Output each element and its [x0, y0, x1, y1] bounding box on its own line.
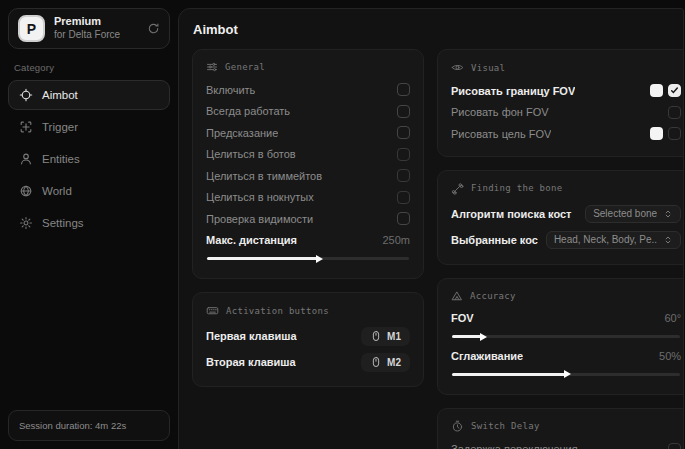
fov-border-color-swatch[interactable]	[650, 84, 663, 97]
sidebar: P Premium for Delta Force Category Aimbo…	[0, 0, 178, 449]
activation-buttons-card: Activation buttons Первая клавиша M1	[192, 292, 424, 387]
sidebar-nav: Aimbot Trigger Entities	[8, 80, 170, 238]
fov-target-row: Рисовать цель FOV	[451, 123, 681, 145]
toggle-row-always-work: Всегда работать	[206, 101, 410, 123]
dropdown-label: Алгоритм поиска кост	[451, 208, 572, 220]
slider-value: 250m	[382, 234, 410, 246]
sidebar-item-trigger[interactable]: Trigger	[8, 112, 170, 142]
dropdown-value: Selected bone	[593, 208, 657, 219]
dropdown-label: Выбранные кос	[451, 234, 538, 246]
first-key-button[interactable]: M1	[361, 327, 410, 346]
slider-fill	[452, 335, 482, 338]
chevron-updown-icon	[663, 209, 673, 219]
sliders-icon	[206, 61, 218, 73]
slider-label: Сглаживание	[451, 350, 523, 362]
checkbox-aim-knocked[interactable]	[397, 191, 410, 204]
fov-slider-row: FOV 60°	[451, 308, 681, 330]
crosshair-icon	[19, 88, 33, 102]
sidebar-item-entities[interactable]: Entities	[8, 144, 170, 174]
fov-background-row: Рисовать фон FOV	[451, 102, 681, 124]
toggle-row-prediction: Предсказание	[206, 122, 410, 144]
keybind-label: Вторая клавиша	[206, 356, 296, 368]
selected-bones-dropdown[interactable]: Head, Neck, Body, Pe..	[546, 231, 681, 249]
checkbox-visibility-check[interactable]	[397, 212, 410, 225]
globe-icon	[19, 184, 33, 198]
card-title: Accuracy	[470, 291, 516, 301]
card-title: Visual	[471, 63, 505, 73]
entities-icon	[19, 152, 33, 166]
brand-title: Premium	[54, 15, 120, 29]
bone-icon	[451, 182, 464, 195]
toggle-label: Целиться в тиммейтов	[206, 170, 322, 182]
checkbox-prediction[interactable]	[397, 126, 410, 139]
sidebar-item-label: Trigger	[42, 121, 78, 133]
switch-delay-card: Switch Delay Задержка переключения Задер…	[437, 408, 684, 449]
visual-label: Рисовать цель FOV	[451, 128, 551, 140]
checkbox-switch-delay[interactable]	[668, 443, 681, 449]
toggle-label: Задержка переключения	[451, 443, 578, 449]
fov-slider[interactable]	[452, 332, 680, 341]
toggle-label: Проверка видимости	[206, 213, 313, 225]
brand-text: Premium for Delta Force	[54, 15, 120, 41]
category-label: Category	[14, 62, 164, 73]
toggle-row-aim-bots: Целиться в ботов	[206, 144, 410, 166]
second-key-button[interactable]: M2	[361, 353, 410, 372]
checkbox-enable[interactable]	[397, 83, 410, 96]
bone-algorithm-row: Алгоритм поиска кост Selected bone	[451, 201, 681, 227]
checkbox-fov-background[interactable]	[668, 106, 681, 119]
slider-thumb[interactable]	[480, 333, 487, 341]
smoothing-slider-row: Сглаживание 50%	[451, 345, 681, 367]
visual-label: Рисовать границу FOV	[451, 85, 575, 97]
sidebar-item-label: Settings	[42, 217, 84, 229]
keybind-value: M1	[387, 331, 401, 342]
switch-delay-card-header: Switch Delay	[451, 420, 681, 433]
toggle-label: Целиться в ботов	[206, 148, 296, 160]
toggle-label: Всегда работать	[206, 105, 290, 117]
chevron-updown-icon	[663, 235, 673, 245]
visual-card-header: Visual	[451, 61, 681, 74]
sync-icon[interactable]	[147, 22, 160, 35]
visual-label: Рисовать фон FOV	[451, 106, 549, 118]
slider-thumb[interactable]	[316, 255, 323, 263]
clock-icon	[451, 420, 464, 433]
mouse-icon	[370, 330, 382, 342]
accuracy-card: Accuracy FOV 60° Сглаживание 50%	[437, 278, 684, 395]
checkbox-aim-teammates[interactable]	[397, 169, 410, 182]
max-distance-slider[interactable]	[207, 254, 409, 263]
sidebar-item-label: Entities	[42, 153, 80, 165]
toggle-row-enable: Включить	[206, 79, 410, 101]
toggle-row-aim-knocked: Целиться в нокнутых	[206, 187, 410, 209]
fov-target-color-swatch[interactable]	[650, 127, 663, 140]
brand-subtitle: for Delta Force	[54, 29, 120, 42]
slider-thumb[interactable]	[564, 370, 571, 378]
general-card-header: General	[206, 61, 410, 73]
sidebar-item-aimbot[interactable]: Aimbot	[8, 80, 170, 110]
sidebar-item-settings[interactable]: Settings	[8, 208, 170, 238]
activation-card-header: Activation buttons	[206, 304, 410, 317]
smoothing-slider[interactable]	[452, 370, 680, 379]
slider-value: 60°	[664, 312, 681, 324]
checkbox-fov-border[interactable]	[668, 84, 681, 97]
sidebar-item-world[interactable]: World	[8, 176, 170, 206]
card-title: General	[225, 62, 265, 72]
card-title: Switch Delay	[471, 421, 540, 431]
selected-bones-row: Выбранные кос Head, Neck, Body, Pe..	[451, 227, 681, 253]
eye-icon	[451, 61, 464, 74]
second-key-row: Вторая клавиша M2	[206, 349, 410, 375]
slider-fill	[452, 373, 566, 376]
gear-icon	[19, 216, 33, 230]
checkbox-always-work[interactable]	[397, 105, 410, 118]
sidebar-item-label: Aimbot	[42, 89, 78, 101]
bone-algorithm-dropdown[interactable]: Selected bone	[585, 205, 681, 223]
first-key-row: Первая клавиша M1	[206, 323, 410, 349]
triangle-icon	[451, 290, 463, 302]
fov-border-row: Рисовать границу FOV	[451, 80, 681, 102]
keybind-label: Первая клавиша	[206, 330, 297, 342]
slider-label: FOV	[451, 312, 474, 324]
session-duration: Session duration: 4m 22s	[8, 410, 170, 441]
switch-delay-toggle-row: Задержка переключения	[451, 439, 681, 449]
slider-fill	[207, 257, 318, 260]
checkbox-aim-bots[interactable]	[397, 148, 410, 161]
slider-label: Макс. дистанция	[206, 234, 297, 246]
checkbox-fov-target[interactable]	[668, 127, 681, 140]
